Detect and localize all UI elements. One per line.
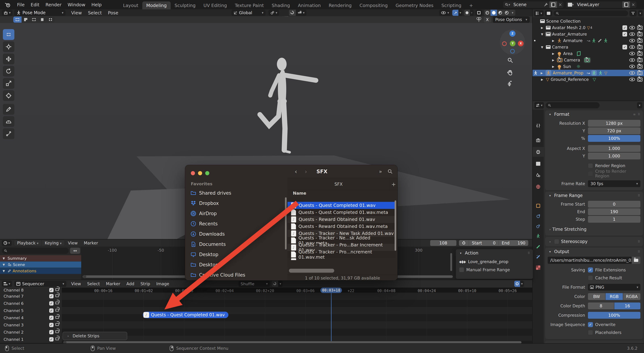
channel-mute-checkbox[interactable]: ✓ bbox=[49, 316, 54, 320]
render-visibility-icon[interactable] bbox=[637, 78, 642, 82]
outliner-display-mode[interactable] bbox=[545, 10, 552, 16]
tool-select-box[interactable] bbox=[3, 29, 14, 40]
channel-mute-checkbox[interactable]: ✓ bbox=[49, 337, 54, 342]
outliner-row-camera-collection[interactable]: ▼ Camera ✓ bbox=[532, 44, 644, 50]
scene-selector[interactable]: ▾ Scene × bbox=[503, 2, 564, 8]
zoom-control[interactable] bbox=[507, 57, 513, 64]
tab-title[interactable]: SFX bbox=[288, 182, 390, 187]
render-visibility-icon[interactable] bbox=[637, 26, 642, 30]
disclosure-icon[interactable]: ▼ bbox=[2, 263, 6, 266]
seq-menu-image[interactable]: Image bbox=[153, 282, 172, 286]
properties-options-button[interactable]: ▾ bbox=[637, 102, 642, 108]
tool-scale[interactable] bbox=[3, 78, 14, 89]
render-visibility-icon[interactable] bbox=[637, 52, 642, 56]
tool-annotate[interactable] bbox=[3, 104, 14, 115]
shading-dropdown[interactable]: ▾ bbox=[510, 10, 515, 16]
panel-title[interactable]: Output bbox=[554, 249, 636, 254]
render-region-button[interactable] bbox=[476, 10, 482, 16]
camera-view-control[interactable] bbox=[507, 82, 512, 86]
tab-tool[interactable] bbox=[532, 121, 544, 130]
subpanel-title[interactable]: Time Stretching bbox=[552, 227, 586, 232]
channel-lock-icon[interactable] bbox=[55, 302, 59, 304]
outliner-row-camera-object[interactable]: ▶ Camera bbox=[532, 57, 644, 63]
aspect-y-field[interactable]: 1.000 bbox=[588, 152, 640, 160]
frame-end-field[interactable]: 190 bbox=[588, 208, 640, 215]
disclosure-icon[interactable]: ▶ bbox=[540, 71, 544, 75]
gizmo-axis-y[interactable]: Y bbox=[510, 40, 516, 46]
stereoscopy-checkbox[interactable] bbox=[554, 239, 559, 244]
overlays-dropdown[interactable]: ▾ bbox=[464, 10, 474, 16]
playhead-frame-badge[interactable]: 00:03+18 bbox=[320, 288, 342, 293]
menu-window[interactable]: Window bbox=[64, 2, 88, 7]
timeline-v-scrollbar[interactable] bbox=[450, 253, 452, 271]
sidebar-item-desktop-folder[interactable]: Desktop bbox=[190, 261, 218, 268]
hide-eye-icon[interactable] bbox=[629, 26, 635, 30]
sidebar-item-desktop[interactable]: Desktop bbox=[190, 251, 218, 258]
scene-icon[interactable]: ▾ bbox=[503, 2, 512, 8]
seq-snap-toggle[interactable] bbox=[272, 281, 278, 287]
timeline-editor-button[interactable]: ▾ bbox=[2, 240, 12, 246]
subpanel-collapse-icon[interactable]: › bbox=[548, 228, 552, 231]
browse-folder-button[interactable] bbox=[632, 257, 640, 264]
hide-eye-icon[interactable] bbox=[629, 52, 635, 55]
seq-menu-strip[interactable]: Strip bbox=[138, 282, 153, 286]
tab-texture[interactable] bbox=[532, 263, 544, 272]
tab-sculpting[interactable]: Sculpting bbox=[171, 2, 200, 9]
hide-eye-icon[interactable] bbox=[629, 32, 635, 36]
collection-checkbox[interactable]: ✓ bbox=[622, 45, 627, 50]
overwrite-checkbox[interactable]: ✓ bbox=[588, 322, 593, 327]
channel-mute-checkbox[interactable]: ✓ bbox=[49, 308, 54, 313]
panel-collapse-icon[interactable]: ▾ bbox=[548, 250, 552, 254]
resolution-y-field[interactable]: 720 px bbox=[588, 128, 640, 134]
tab-animation[interactable]: Animation bbox=[294, 2, 325, 9]
gizmo-axis-z[interactable]: Z bbox=[510, 30, 516, 37]
snap-toggle[interactable] bbox=[289, 10, 296, 16]
depth-16-button[interactable]: 16 bbox=[614, 302, 640, 309]
shading-wireframe-button[interactable] bbox=[484, 10, 490, 16]
collection-checkbox[interactable]: ✓ bbox=[622, 32, 627, 36]
visibility-dropdown[interactable]: ▾ bbox=[439, 10, 450, 16]
menu-edit[interactable]: Edit bbox=[28, 2, 42, 7]
snap-settings[interactable]: ▾ bbox=[296, 10, 306, 16]
resolution-x-field[interactable]: 1280 px bbox=[588, 120, 640, 127]
new-scene-button[interactable] bbox=[550, 2, 557, 8]
tab-bone-constraints[interactable] bbox=[532, 252, 544, 262]
list-v-scrollbar[interactable] bbox=[394, 200, 396, 251]
disclosure-icon[interactable]: ▶ bbox=[551, 58, 556, 62]
file-format-dropdown[interactable]: PNG▾ bbox=[588, 284, 640, 291]
frame-step-field[interactable]: 1 bbox=[588, 216, 640, 223]
tab-constraints[interactable] bbox=[532, 222, 544, 231]
render-visibility-icon[interactable] bbox=[637, 32, 642, 36]
sidebar-item-downloads[interactable]: Downloads bbox=[190, 230, 225, 238]
compression-slider[interactable]: 100% bbox=[588, 312, 640, 319]
sidebar-item-creative-cloud[interactable]: Creative Cloud Files bbox=[190, 272, 245, 278]
gizmo-axis-x-negative[interactable] bbox=[502, 41, 507, 46]
sidebar-item-airdrop[interactable]: AirDrop bbox=[190, 210, 217, 217]
render-visibility-icon[interactable] bbox=[637, 58, 642, 62]
disclosure-icon[interactable]: ▶ bbox=[551, 65, 556, 68]
channel-row-8[interactable]: Channel 8✓ bbox=[0, 288, 62, 292]
list-h-scrollbar[interactable] bbox=[289, 269, 334, 273]
close-icon[interactable]: × bbox=[630, 2, 636, 7]
start-frame-field[interactable]: Start0 bbox=[469, 241, 499, 245]
cache-result-checkbox[interactable] bbox=[588, 275, 593, 280]
shading-solid-button[interactable] bbox=[490, 10, 497, 16]
outliner-row-avatar-mesh[interactable]: ▶ Avatar Mesh 2.0 ▽ 4 ✓ bbox=[532, 24, 644, 31]
select-mode-box[interactable] bbox=[22, 16, 30, 23]
mode-selector[interactable]: Pose Mode ▾ bbox=[14, 10, 66, 16]
preset-list-icon[interactable]: ≡ bbox=[633, 112, 636, 116]
properties-editor-button[interactable]: ▾ bbox=[534, 102, 544, 108]
channel-mute-checkbox[interactable]: ✓ bbox=[49, 330, 54, 334]
panel-collapse-icon[interactable]: › bbox=[548, 240, 552, 243]
output-path-field[interactable]: /Users/martinshibu...rence/introAnim_03 bbox=[548, 257, 632, 264]
action-name[interactable]: Love_grenade_prop bbox=[468, 259, 508, 264]
render-visibility-icon[interactable] bbox=[637, 39, 642, 43]
outliner-row-sun-light[interactable]: ▶ Sun ☼ bbox=[532, 63, 644, 70]
disclosure-icon[interactable]: ▶ bbox=[540, 78, 544, 81]
viewport-menu-select[interactable]: Select bbox=[85, 10, 105, 16]
panel-collapse-icon[interactable]: ▾ bbox=[548, 113, 552, 116]
menu-file[interactable]: File bbox=[14, 2, 28, 7]
color-rgb-button[interactable]: RGB bbox=[606, 293, 623, 300]
pivot-point-button[interactable]: ▾ bbox=[268, 10, 279, 16]
channel-row-5[interactable]: Channel 5✓ bbox=[0, 307, 62, 314]
